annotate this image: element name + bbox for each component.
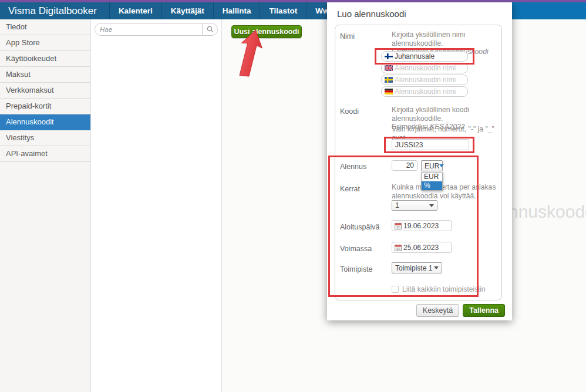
discount-code-input[interactable] — [392, 139, 469, 150]
settings-sidebar: Tiedot App Store Käyttöoikeudet Maksut V… — [0, 19, 91, 392]
kerrat-label: Kerrat — [340, 185, 360, 193]
cancel-button[interactable]: Keskeytä — [416, 304, 459, 317]
top-purple-strip — [0, 0, 586, 2]
nav-item-kayttajat[interactable]: Käyttäjät — [162, 2, 214, 19]
attach-all-locations-checkbox[interactable] — [392, 286, 399, 293]
nav-item-hallinta[interactable]: Hallinta — [214, 2, 261, 19]
discount-name-en-input[interactable] — [395, 64, 464, 72]
nimi-help-text: Kirjoita yksilöllinen nimi alennuskoodil… — [392, 31, 465, 48]
create-discount-code-dialog: Luo alennuskoodi Nimi Kirjoita yksilölli… — [327, 2, 512, 320]
discount-name-sv-input[interactable] — [395, 76, 464, 84]
chevron-down-icon — [434, 266, 439, 269]
start-date-input[interactable]: 19.06.2023 — [392, 220, 452, 231]
unit-options-list: EUR % — [421, 172, 443, 191]
empty-state-watermark: nnuskoodeja — [508, 202, 586, 222]
sidebar-item-verkkomaksut[interactable]: Verkkomaksut — [0, 83, 90, 99]
nav-item-kalenteri[interactable]: Kalenteri — [110, 2, 162, 19]
voimassa-label: Voimassa — [340, 245, 372, 253]
location-value: Toimipiste 1 — [395, 264, 432, 272]
brand-title[interactable]: Visma Digitalbooker — [0, 2, 110, 19]
sidebar-item-alennuskoodit[interactable]: Alennuskoodit — [0, 114, 90, 130]
form-panel: Nimi Kirjoita yksilöllinen nimi alennusk… — [335, 25, 502, 300]
dialog-title: Luo alennuskoodi — [327, 2, 512, 19]
sidebar-item-app-store[interactable]: App Store — [0, 35, 90, 51]
discount-name-fi-input[interactable] — [395, 52, 464, 60]
toimipiste-label: Toimipiste — [340, 265, 373, 273]
discount-unit-select[interactable]: EUR — [421, 160, 443, 171]
name-input-fi — [381, 51, 468, 62]
koodi-help-text: Kirjoita yksilöllinen koodi alennuskoodi… — [392, 106, 469, 123]
uk-flag-icon — [385, 65, 393, 71]
nav-item-tilastot[interactable]: Tilastot — [260, 2, 307, 19]
name-input-de — [381, 86, 468, 97]
alennus-label: Alennus — [340, 163, 366, 171]
aloituspaiva-label: Aloituspäivä — [340, 223, 379, 231]
search-input[interactable] — [95, 23, 202, 35]
name-input-en — [381, 63, 468, 73]
koodi-label: Koodi — [340, 107, 359, 116]
start-date-value: 19.06.2023 — [403, 222, 439, 230]
location-select[interactable]: Toimipiste 1 — [392, 262, 442, 273]
name-input-sv — [381, 75, 468, 85]
discount-amount-input[interactable] — [392, 160, 417, 171]
sweden-flag-icon — [385, 77, 393, 83]
search-icon — [207, 26, 214, 33]
finland-flag-icon — [385, 53, 393, 59]
unit-option-percent[interactable]: % — [422, 181, 442, 190]
sidebar-item-prepaid-kortit[interactable]: Prepaid-kortit — [0, 99, 90, 114]
sidebar-item-kayttooikeudet[interactable]: Käyttöoikeudet — [0, 51, 90, 67]
attach-all-locations-label: Liitä kaikkiin toimipisteisiin — [402, 285, 486, 293]
calendar-icon — [395, 222, 402, 229]
end-date-value: 25.06.2023 — [403, 244, 439, 252]
discount-name-de-input[interactable] — [395, 87, 464, 96]
save-button[interactable]: Tallenna — [463, 304, 505, 317]
sidebar-item-maksut[interactable]: Maksut — [0, 67, 90, 83]
times-per-customer-value: 1 — [395, 201, 399, 209]
search-button[interactable] — [202, 23, 217, 35]
calendar-icon — [395, 244, 402, 251]
attach-all-locations-row[interactable]: Liitä kaikkiin toimipisteisiin — [392, 285, 486, 293]
search-box — [95, 23, 218, 36]
dialog-footer: Keskeytä Tallenna — [416, 304, 505, 317]
times-per-customer-select[interactable]: 1 — [392, 200, 437, 211]
app-window: Visma Digitalbooker Kalenteri Käyttäjät … — [0, 0, 586, 392]
end-date-input[interactable]: 25.06.2023 — [392, 242, 452, 253]
germany-flag-icon — [385, 89, 393, 94]
chevron-down-icon — [439, 164, 444, 167]
discount-unit-value: EUR — [425, 162, 439, 170]
list-column — [91, 19, 222, 392]
sidebar-item-api-avaimet[interactable]: API-avaimet — [0, 146, 90, 162]
sidebar-item-tiedot[interactable]: Tiedot — [0, 19, 90, 35]
sidebar-item-viestitys[interactable]: Viestitys — [0, 130, 90, 146]
kerrat-help: Kuinka monta kertaa per asiakas alennusk… — [392, 183, 497, 200]
chevron-down-icon — [429, 204, 434, 207]
nimi-label: Nimi — [340, 32, 355, 40]
unit-option-eur[interactable]: EUR — [422, 173, 442, 181]
